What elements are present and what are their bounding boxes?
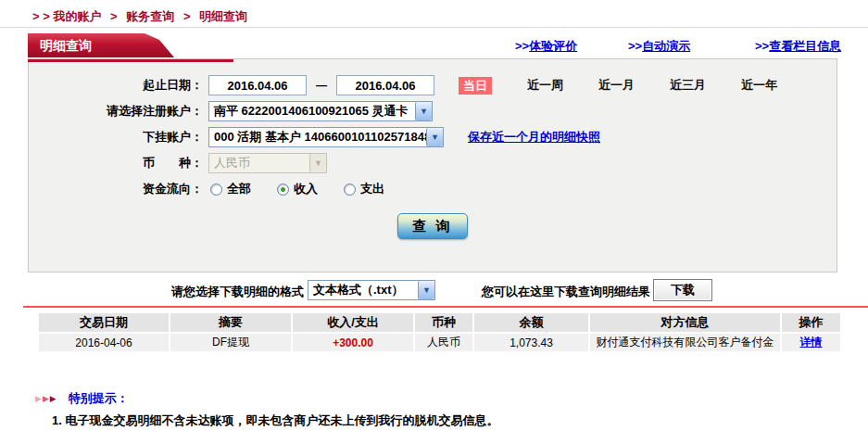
link-experience-review[interactable]: >>体验评价 xyxy=(515,38,577,55)
tab-detail-query[interactable]: 明细查询 xyxy=(28,33,174,57)
header-divider xyxy=(0,27,868,28)
flow-radio-income-label: 收入 xyxy=(294,181,318,197)
link-label: 查看栏目信息 xyxy=(769,39,841,53)
date-separator: — xyxy=(316,79,327,92)
sub-account-label: 下挂账户： xyxy=(29,129,203,146)
chevron-down-icon: ▼ xyxy=(309,154,326,172)
download-format-label: 请您选择下载明细的格式 xyxy=(171,284,304,300)
notes-title: 特别提示： xyxy=(69,390,129,407)
notes-title-row: ▶ ▶ ▶ 特别提示： xyxy=(35,390,841,407)
breadcrumb-separator: > xyxy=(183,9,191,23)
triangle-arrow-icon: ▶ xyxy=(50,395,57,403)
cell-action: 详情 xyxy=(782,334,840,351)
breadcrumb-item-my-account[interactable]: 我的账户 xyxy=(53,9,101,23)
register-account-label: 请选择注册账户： xyxy=(29,103,203,120)
save-monthly-snapshot-link[interactable]: 保存近一个月的明细快照 xyxy=(468,129,600,146)
sub-account-value: 000 活期 基本户 1406600101102571848 xyxy=(209,128,426,146)
download-format-select[interactable]: 文本格式（.txt） ▼ xyxy=(308,280,435,300)
transaction-table: 交易日期 摘要 收入/支出 币种 余额 对方信息 操作 2016-04-06 D… xyxy=(37,311,842,353)
download-format-value: 文本格式（.txt） xyxy=(308,281,418,299)
triangle-arrow-icon: ▶ xyxy=(43,395,49,403)
link-label: 自动演示 xyxy=(642,39,690,53)
register-account-row: 请选择注册账户： 南平 6222001406100921065 灵通卡 ▼ xyxy=(29,98,837,124)
cell-date: 2016-04-06 xyxy=(39,334,169,351)
cell-currency: 人民币 xyxy=(415,334,472,351)
col-header-amount: 收入/支出 xyxy=(293,313,413,332)
register-account-value: 南平 6222001406100921065 灵通卡 xyxy=(209,102,415,120)
table-row: 2016-04-06 DF提现 +300.00 人民币 1,073.43 财付通… xyxy=(39,334,840,351)
col-header-counterparty: 对方信息 xyxy=(590,313,780,332)
tab-label: 明细查询 xyxy=(40,38,92,53)
flow-radio-income[interactable]: 收入 xyxy=(277,181,318,197)
quick-range-today[interactable]: 当日 xyxy=(459,77,492,95)
flow-radio-all-label: 全部 xyxy=(227,181,251,197)
flow-direction-row: 资金流向： 全部 收入 支出 xyxy=(29,176,837,202)
currency-row: 币 种： 人民币 ▼ xyxy=(29,150,837,176)
triangle-arrow-icon: ▶ xyxy=(35,395,42,403)
link-prefix: >> xyxy=(515,39,529,53)
flow-radio-expense-label: 支出 xyxy=(360,181,384,197)
col-header-date: 交易日期 xyxy=(39,313,169,332)
cell-amount: +300.00 xyxy=(293,334,413,351)
sub-account-row: 下挂账户： 000 活期 基本户 1406600101102571848 ▼ 保… xyxy=(29,124,837,150)
sub-account-select[interactable]: 000 活期 基本户 1406600101102571848 ▼ xyxy=(208,127,444,147)
currency-value: 人民币 xyxy=(209,154,309,172)
cell-balance: 1,073.43 xyxy=(474,334,588,351)
col-header-currency: 币种 xyxy=(415,313,472,332)
download-button[interactable]: 下载 xyxy=(653,279,712,301)
breadcrumb-prefix: > > xyxy=(32,9,50,23)
link-view-column-info[interactable]: >>查看栏目信息 xyxy=(755,38,841,55)
query-button-row: 查 询 xyxy=(29,213,837,239)
date-from-input[interactable] xyxy=(208,75,307,95)
note-item-1: 1. 电子现金交易明细不含未达账项，即未包含商户还未上传到我行的脱机交易信息。 xyxy=(52,412,841,429)
link-label: 体验评价 xyxy=(529,39,577,53)
chevron-down-icon: ▼ xyxy=(418,281,434,299)
quick-range-year[interactable]: 近一年 xyxy=(741,77,777,94)
cell-counterparty: 财付通支付科技有限公司客户备付金 xyxy=(590,334,780,351)
flow-radio-expense[interactable]: 支出 xyxy=(344,181,384,197)
date-range-label: 起止日期： xyxy=(29,77,203,94)
cell-summary: DF提现 xyxy=(170,334,291,351)
radio-icon xyxy=(344,184,356,196)
link-prefix: >> xyxy=(755,39,769,53)
chevron-down-icon: ▼ xyxy=(426,128,443,146)
query-form: 起止日期： — 当日 近一周 近一月 近三月 近一年 请选择注册账户： 南平 6… xyxy=(28,58,837,273)
date-to-input[interactable] xyxy=(336,75,434,95)
flow-radio-all[interactable]: 全部 xyxy=(210,181,251,197)
link-auto-demo[interactable]: >>自动演示 xyxy=(628,38,690,55)
quick-range-month[interactable]: 近一月 xyxy=(598,77,635,94)
radio-icon xyxy=(210,184,222,196)
col-header-summary: 摘要 xyxy=(170,313,291,332)
col-header-balance: 余额 xyxy=(474,313,588,332)
col-header-action: 操作 xyxy=(782,313,840,332)
link-prefix: >> xyxy=(628,39,642,53)
breadcrumb: > > 我的账户 > 账务查询 > 明细查询 xyxy=(32,8,247,25)
table-top-separator xyxy=(23,306,868,308)
breadcrumb-separator: > xyxy=(110,9,118,23)
query-button[interactable]: 查 询 xyxy=(397,213,468,239)
breadcrumb-item-account-query[interactable]: 账务查询 xyxy=(126,9,174,23)
currency-label: 币 种： xyxy=(29,155,203,171)
quick-range-quarter[interactable]: 近三月 xyxy=(670,77,706,94)
radio-checked-icon xyxy=(277,184,289,196)
date-range-row: 起止日期： — 当日 近一周 近一月 近三月 近一年 xyxy=(29,72,837,98)
table-header-row: 交易日期 摘要 收入/支出 币种 余额 对方信息 操作 xyxy=(39,313,840,332)
register-account-select[interactable]: 南平 6222001406100921065 灵通卡 ▼ xyxy=(208,101,433,121)
special-notes: ▶ ▶ ▶ 特别提示： 1. 电子现金交易明细不含未达账项，即未包含商户还未上传… xyxy=(35,390,841,431)
breadcrumb-item-detail-query[interactable]: 明细查询 xyxy=(199,9,247,23)
chevron-down-icon: ▼ xyxy=(415,102,432,120)
tab-underline xyxy=(28,59,233,62)
quick-range-week[interactable]: 近一周 xyxy=(527,77,563,94)
download-result-label: 您可以在这里下载查询明细结果 xyxy=(482,284,650,300)
flow-direction-label: 资金流向： xyxy=(29,181,203,197)
download-row: 请您选择下载明细的格式 文本格式（.txt） ▼ 您可以在这里下载查询明细结果 … xyxy=(0,279,868,303)
currency-select: 人民币 ▼ xyxy=(208,153,327,173)
detail-link[interactable]: 详情 xyxy=(800,336,823,349)
